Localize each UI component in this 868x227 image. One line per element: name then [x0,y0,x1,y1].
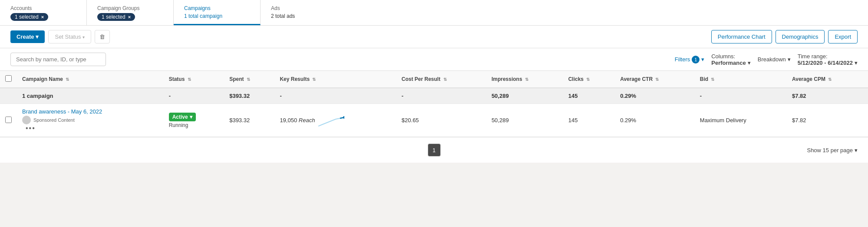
row-status-cell: Active ▾ Running [164,104,224,137]
campaigns-subtext: 1 total campaign [184,13,250,19]
filters-label: Filters [675,56,690,63]
create-chevron-icon: ▾ [36,33,39,40]
export-label: Export [835,33,851,40]
nav-section-ads[interactable]: Ads 2 total ads [261,0,347,25]
table-header-row: Campaign Name ⇅ Status ⇅ Spent ⇅ Key Res… [0,71,868,88]
filters-bar: Filters 1 ▾ Columns: Performance ▾ Break… [0,48,868,71]
avg-ctr-sort-icon: ⇅ [655,77,659,82]
campaigns-table-container: Campaign Name ⇅ Status ⇅ Spent ⇅ Key Res… [0,71,868,163]
time-range-label: Time range: 5/12/2020 - 6/14/2022 ▾ [798,53,858,66]
summary-key-results: - [274,88,396,104]
col-header-key-results[interactable]: Key Results ⇅ [274,71,396,88]
search-input[interactable] [10,53,106,66]
columns-label: Columns: Performance ▾ [711,53,750,66]
header-checkbox-cell [0,71,17,88]
nav-section-accounts[interactable]: Accounts 1 selected × [0,0,87,25]
summary-spent: $393.32 [224,88,274,104]
col-header-spent[interactable]: Spent ⇅ [224,71,274,88]
create-button[interactable]: Create ▾ [10,30,45,43]
performance-chart-button[interactable]: Performance Chart [711,30,772,43]
status-badge[interactable]: Active ▾ [169,113,196,121]
impressions-sort-icon: ⇅ [525,77,528,82]
summary-status: - [164,88,224,104]
page-1-button[interactable]: 1 [428,144,441,157]
summary-avg-ctr: 0.29% [615,88,695,104]
trash-icon: 🗑 [99,33,105,40]
per-page-chevron-icon: ▾ [855,147,858,154]
set-status-chevron-icon: ▾ [83,35,85,40]
filters-chevron-icon: ▾ [701,56,704,63]
per-page-selector: Show 15 per page ▾ [807,147,858,154]
campaign-groups-label: Campaign Groups [97,5,163,11]
summary-checkbox-cell [0,88,17,104]
row-cost-per-result: $20.65 [396,104,486,137]
col-header-avg-cpm[interactable]: Average CPM ⇅ [787,71,868,88]
row-clicks: 145 [563,104,615,137]
row-checkbox[interactable] [5,117,12,123]
row-key-results-cell: 19,050 Reach [274,104,396,137]
columns-value: Performance [711,60,746,66]
row-spent: $393.32 [224,104,274,137]
col-header-avg-ctr[interactable]: Average CTR ⇅ [615,71,695,88]
filters-right: Filters 1 ▾ Columns: Performance ▾ Break… [675,53,858,66]
delete-button[interactable]: 🗑 [95,30,110,43]
col-header-bid[interactable]: Bid ⇅ [695,71,787,88]
status-badge-chevron-icon: ▾ [190,114,192,120]
campaign-sub-info: Sponsored Content [22,116,158,124]
performance-chart-label: Performance Chart [718,33,766,40]
summary-bid: - [695,88,787,104]
breakdown-label: Breakdown [758,56,786,63]
campaign-groups-value: 1 selected × [97,13,163,21]
set-status-label: Set Status [55,33,81,40]
status-running-text: Running [169,122,219,128]
time-range-value: 5/12/2020 - 6/14/2022 [798,60,853,66]
col-header-campaign-name[interactable]: Campaign Name ⇅ [17,71,164,88]
filters-count: 1 [692,56,700,63]
columns-dropdown[interactable]: Performance ▾ [711,60,750,66]
row-avg-ctr: 0.29% [615,104,695,137]
campaign-groups-close-icon[interactable]: × [128,14,131,20]
breakdown-dropdown[interactable]: Breakdown ▾ [758,56,791,63]
demographics-label: Demographics [782,33,818,40]
campaign-name-link[interactable]: Brand awareness - May 6, 2022 [22,108,102,115]
create-label: Create [17,33,34,40]
columns-chevron-icon: ▾ [748,60,751,66]
accounts-close-icon[interactable]: × [41,14,44,20]
campaign-name-sort-icon: ⇅ [66,77,69,82]
campaign-groups-badge: 1 selected × [97,13,135,21]
demographics-button[interactable]: Demographics [776,30,825,43]
time-range-dropdown[interactable]: 5/12/2020 - 6/14/2022 ▾ [798,60,858,66]
bid-sort-icon: ⇅ [711,77,714,82]
row-bid: Maximum Delivery [695,104,787,137]
clicks-sort-icon: ⇅ [586,77,590,82]
col-header-clicks[interactable]: Clicks ⇅ [563,71,615,88]
breakdown-chevron-icon: ▾ [788,56,791,63]
per-page-label: Show 15 per page [807,147,853,154]
nav-section-campaigns[interactable]: Campaigns 1 total campaign [174,0,261,25]
set-status-button[interactable]: Set Status ▾ [48,30,91,43]
per-page-button[interactable]: Show 15 per page ▾ [807,147,858,154]
row-avg-cpm: $7.82 [787,104,868,137]
ads-label: Ads [271,5,337,11]
campaigns-table: Campaign Name ⇅ Status ⇅ Spent ⇅ Key Res… [0,71,868,137]
summary-cost-per-result: - [396,88,486,104]
summary-avg-cpm: $7.82 [787,88,868,104]
pagination-bar: 1 Show 15 per page ▾ [0,137,868,163]
col-header-cost-per-result[interactable]: Cost Per Result ⇅ [396,71,486,88]
export-button[interactable]: Export [828,30,858,43]
col-header-status[interactable]: Status ⇅ [164,71,224,88]
filters-button[interactable]: Filters 1 ▾ [675,56,704,63]
select-all-checkbox[interactable] [5,75,12,82]
campaigns-label: Campaigns [184,5,250,11]
summary-campaign-name: 1 campaign [17,88,164,104]
accounts-value: 1 selected × [10,13,76,21]
row-more-options-button[interactable]: ••• [26,124,36,132]
row-checkbox-cell [0,104,17,137]
nav-section-campaign-groups[interactable]: Campaign Groups 1 selected × [87,0,174,25]
campaign-type: Sponsored Content [33,117,75,123]
main-toolbar: Create ▾ Set Status ▾ 🗑 Performance Char… [0,26,868,48]
row-campaign-name-cell: Brand awareness - May 6, 2022 Sponsored … [17,104,164,137]
summary-impressions: 50,289 [486,88,563,104]
spent-sort-icon: ⇅ [247,77,250,82]
col-header-impressions[interactable]: Impressions ⇅ [486,71,563,88]
